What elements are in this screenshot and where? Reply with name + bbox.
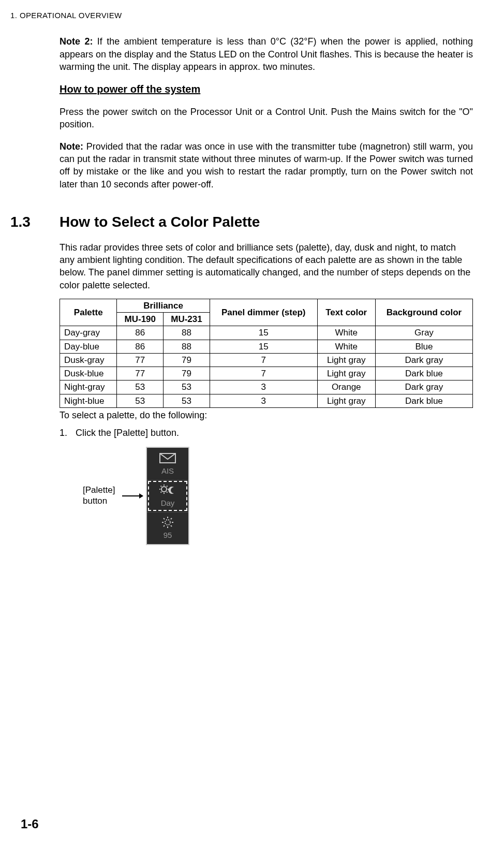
palette-button[interactable]: Day <box>147 480 188 512</box>
cell-mu190: 77 <box>117 367 164 380</box>
cell-bg-color: Dark gray <box>375 380 472 394</box>
cell-mu231: 88 <box>164 326 210 340</box>
ui-button-stack: AIS <box>146 447 189 545</box>
note2-paragraph: Note 2: If the ambient temperature is le… <box>60 35 473 73</box>
step-1: 1. Click the [Palette] button. <box>60 427 473 439</box>
ais-label: AIS <box>161 466 174 476</box>
cell-mu190: 86 <box>117 326 164 340</box>
cell-mu190: 53 <box>117 394 164 407</box>
svg-point-10 <box>165 520 170 525</box>
brightness-button[interactable]: 95 <box>147 512 188 544</box>
svg-line-17 <box>164 525 165 526</box>
cell-mu231: 53 <box>164 394 210 407</box>
ais-button[interactable]: AIS <box>147 448 188 480</box>
step-1-number: 1. <box>60 427 73 439</box>
svg-line-7 <box>167 492 168 493</box>
note-text: Provided that the radar was once in use … <box>60 141 473 189</box>
svg-line-18 <box>171 518 172 519</box>
post-table-text: To select a palette, do the following: <box>60 409 473 421</box>
envelope-icon <box>158 451 177 465</box>
section-intro: This radar provides three sets of color … <box>60 241 473 291</box>
table-row: Day-blue868815WhiteBlue <box>60 340 473 353</box>
cell-bg-color: Dark gray <box>375 353 472 367</box>
palette-button-figure: [Palette] button AIS <box>83 447 473 545</box>
day-night-icon <box>158 483 177 497</box>
cell-palette: Dusk-gray <box>60 353 117 367</box>
note2-text: If the ambient temperature is less than … <box>60 36 473 72</box>
th-bg-color: Background color <box>375 299 472 326</box>
cell-palette: Dusk-blue <box>60 367 117 380</box>
cell-mu231: 53 <box>164 380 210 394</box>
poweroff-heading: How to power off the system <box>60 82 473 96</box>
note2-label: Note 2: <box>60 36 93 47</box>
running-header: 1. OPERATIONAL OVERVIEW <box>10 10 473 21</box>
figure-label-line2: button <box>83 496 107 506</box>
section-title: How to Select a Color Palette <box>60 212 260 232</box>
figure-label: [Palette] button <box>83 485 119 506</box>
table-row: Night-gray53533OrangeDark gray <box>60 380 473 394</box>
svg-line-16 <box>171 525 172 526</box>
arrow-icon <box>122 495 143 496</box>
svg-point-1 <box>161 487 167 492</box>
day-label: Day <box>161 498 175 508</box>
cell-mu190: 86 <box>117 340 164 353</box>
brightness-icon <box>158 515 177 530</box>
cell-dimmer: 7 <box>210 353 317 367</box>
figure-label-line1: [Palette] <box>83 485 115 495</box>
note-label: Note: <box>60 141 83 152</box>
cell-dimmer: 7 <box>210 367 317 380</box>
cell-mu231: 79 <box>164 367 210 380</box>
section-number: 1.3 <box>10 212 60 232</box>
svg-line-15 <box>164 518 165 519</box>
cell-palette: Day-blue <box>60 340 117 353</box>
svg-line-9 <box>167 486 168 487</box>
cell-bg-color: Blue <box>375 340 472 353</box>
th-brilliance: Brilliance <box>117 299 210 312</box>
th-text-color: Text color <box>317 299 375 326</box>
th-mu190: MU-190 <box>117 313 164 326</box>
cell-mu231: 79 <box>164 353 210 367</box>
cell-text-color: Orange <box>317 380 375 394</box>
cell-bg-color: Dark blue <box>375 367 472 380</box>
step-1-text: Click the [Palette] button. <box>76 428 179 438</box>
table-row: Dusk-gray77797Light grayDark gray <box>60 353 473 367</box>
cell-text-color: Light gray <box>317 367 375 380</box>
cell-text-color: White <box>317 340 375 353</box>
table-row: Dusk-blue77797Light grayDark blue <box>60 367 473 380</box>
table-row: Day-gray868815WhiteGray <box>60 326 473 340</box>
cell-palette: Day-gray <box>60 326 117 340</box>
cell-dimmer: 3 <box>210 380 317 394</box>
cell-bg-color: Gray <box>375 326 472 340</box>
th-dimmer: Panel dimmer (step) <box>210 299 317 326</box>
cell-palette: Night-blue <box>60 394 117 407</box>
brightness-value: 95 <box>164 530 172 540</box>
poweroff-paragraph: Press the power switch on the Processor … <box>60 106 473 131</box>
cell-palette: Night-gray <box>60 380 117 394</box>
cell-mu231: 88 <box>164 340 210 353</box>
cell-dimmer: 15 <box>210 326 317 340</box>
th-palette: Palette <box>60 299 117 326</box>
cell-bg-color: Dark blue <box>375 394 472 407</box>
cell-mu190: 77 <box>117 353 164 367</box>
svg-line-6 <box>161 486 162 487</box>
cell-text-color: White <box>317 326 375 340</box>
th-mu231: MU-231 <box>164 313 210 326</box>
cell-text-color: Light gray <box>317 394 375 407</box>
cell-dimmer: 3 <box>210 394 317 407</box>
palette-table: Palette Brilliance Panel dimmer (step) T… <box>60 299 473 408</box>
cell-dimmer: 15 <box>210 340 317 353</box>
table-row: Night-blue53533Light grayDark blue <box>60 394 473 407</box>
note-paragraph: Note: Provided that the radar was once i… <box>60 140 473 191</box>
cell-mu190: 53 <box>117 380 164 394</box>
cell-text-color: Light gray <box>317 353 375 367</box>
svg-line-8 <box>161 492 162 493</box>
page-number: 1-6 <box>21 816 39 832</box>
